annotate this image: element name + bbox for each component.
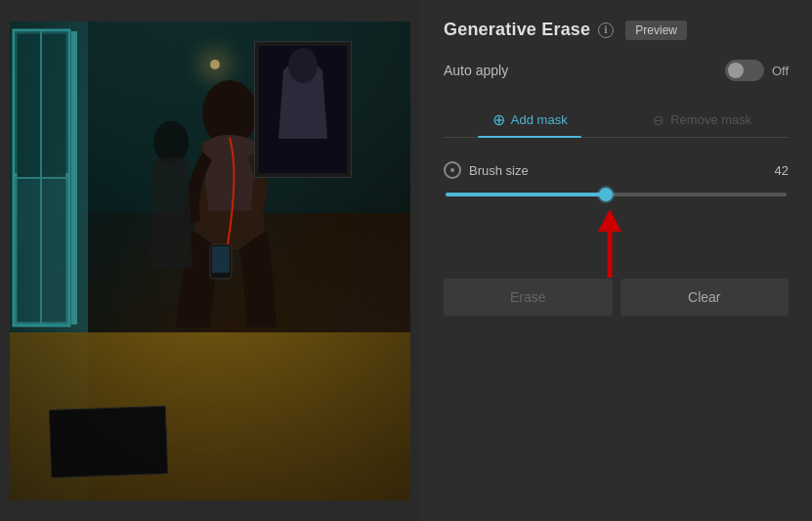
auto-apply-row: Auto apply Off bbox=[444, 60, 789, 81]
photo-panel bbox=[0, 0, 420, 521]
clear-button[interactable]: Clear bbox=[620, 279, 790, 316]
auto-apply-label: Auto apply bbox=[444, 63, 508, 78]
action-buttons-row: Erase Clear bbox=[444, 279, 789, 316]
tab-remove-mask: ⊖ Remove mask bbox=[617, 103, 790, 137]
erase-button[interactable]: Erase bbox=[444, 279, 613, 316]
svg-rect-2 bbox=[212, 246, 230, 273]
auto-apply-toggle[interactable] bbox=[725, 60, 764, 81]
tab-remove-mask-label: Remove mask bbox=[670, 112, 751, 127]
panel-title: Generative Erase bbox=[444, 20, 590, 40]
header-row: Generative Erase ℹ Preview bbox=[444, 20, 789, 40]
svg-marker-14 bbox=[598, 209, 621, 232]
brush-size-row: Brush size 42 bbox=[444, 161, 789, 179]
info-icon[interactable]: ℹ bbox=[598, 22, 614, 38]
photo-bg bbox=[10, 22, 410, 500]
photo-area bbox=[10, 22, 410, 500]
toggle-state-label: Off bbox=[772, 64, 789, 78]
door-frames bbox=[10, 22, 107, 500]
brush-size-left: Brush size bbox=[444, 161, 529, 179]
add-icon: ⊕ bbox=[492, 110, 505, 129]
wall-art bbox=[254, 41, 352, 178]
tab-add-mask[interactable]: ⊕ Add mask bbox=[444, 103, 617, 137]
remove-icon: ⊖ bbox=[653, 112, 664, 128]
red-arrow-annotation bbox=[590, 204, 649, 282]
right-panel: Generative Erase ℹ Preview Auto apply Of… bbox=[420, 0, 812, 521]
brush-size-value: 42 bbox=[775, 163, 789, 178]
svg-point-12 bbox=[288, 48, 318, 83]
tab-add-mask-label: Add mask bbox=[511, 112, 568, 127]
mask-tabs: ⊕ Add mask ⊖ Remove mask bbox=[444, 103, 789, 138]
svg-rect-9 bbox=[71, 31, 77, 325]
toggle-group: Off bbox=[725, 60, 789, 81]
preview-button[interactable]: Preview bbox=[625, 21, 687, 40]
brush-icon bbox=[444, 161, 461, 179]
brush-size-slider-container bbox=[444, 193, 789, 196]
brush-size-label: Brush size bbox=[469, 163, 529, 178]
